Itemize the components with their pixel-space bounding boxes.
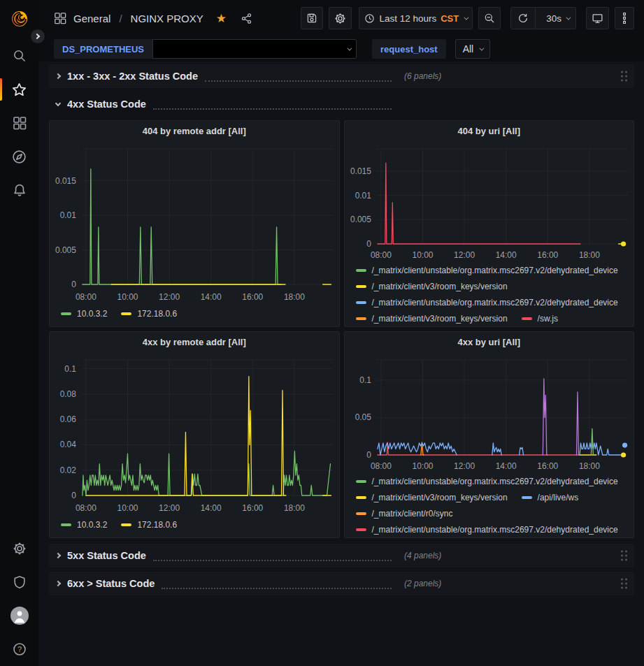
svg-text:18:00: 18:00 xyxy=(284,292,305,302)
chart-plot-area[interactable]: 00.0050.010.01508:0010:0012:0014:0016:00… xyxy=(345,140,634,262)
cycle-view-mode-button[interactable] xyxy=(586,7,609,29)
dashboard-title[interactable]: NGINX PROXY xyxy=(131,13,203,24)
refresh-icon xyxy=(517,13,529,24)
row-header-1xx-3xx-2xx[interactable]: 1xx - 3xx - 2xx Status Code(6 panels) xyxy=(49,64,634,88)
refresh-interval-dropdown[interactable]: 30s xyxy=(535,8,575,29)
sidebar-item-search[interactable] xyxy=(0,39,38,73)
star-filled-icon[interactable]: ★ xyxy=(216,11,227,26)
chart-plot-area[interactable]: 00.050.108:0010:0012:0014:0016:0018:00 xyxy=(345,352,634,473)
panel-title[interactable]: 404 by uri [All] xyxy=(345,121,634,140)
legend-label: /_matrix/client/unstable/org.matrix.msc2… xyxy=(372,477,618,486)
legend-row: /_matrix/client/unstable/org.matrix.msc2… xyxy=(356,473,634,489)
chart-plot-area[interactable]: 00.0050.010.01508:0010:0012:0014:0016:00… xyxy=(50,140,339,304)
datasource-variable-label[interactable]: DS_PROMETHEUS xyxy=(54,39,152,59)
legend-item[interactable]: /_matrix/client/r0/sync xyxy=(356,509,453,519)
chevron-down-icon xyxy=(55,100,61,106)
svg-text:10:00: 10:00 xyxy=(412,250,433,260)
legend-label: /sw.js xyxy=(538,314,558,324)
legend-label: /_matrix/client/unstable/org.matrix.msc2… xyxy=(372,525,618,535)
request-host-variable-value[interactable]: All xyxy=(455,39,491,59)
legend-item[interactable]: /_matrix/client/unstable/org.matrix.msc2… xyxy=(356,525,618,535)
legend-item[interactable]: /_matrix/client/v3/room_keys/version xyxy=(356,314,508,324)
row-header-5xx[interactable]: 5xx Status Code(4 panels) xyxy=(49,544,634,567)
sidebar-item-configuration[interactable] xyxy=(0,532,38,565)
legend-item[interactable]: /_matrix/client/unstable/org.matrix.msc2… xyxy=(356,477,618,486)
legend-item[interactable]: /_matrix/client/v3/room_keys/version xyxy=(356,282,508,291)
legend-item[interactable]: 172.18.0.6 xyxy=(121,520,177,530)
breadcrumb: General / NGINX PROXY ★ xyxy=(54,11,252,26)
compass-icon xyxy=(12,150,27,164)
row-drag-handle[interactable] xyxy=(621,551,627,561)
legend-item[interactable]: 172.18.0.6 xyxy=(121,309,177,319)
svg-text:18:00: 18:00 xyxy=(284,503,305,513)
legend-item[interactable]: 10.0.3.2 xyxy=(61,520,107,530)
legend-row: /_matrix/client/unstable/org.matrix.msc2… xyxy=(356,262,634,278)
svg-text:0.05: 0.05 xyxy=(355,412,371,422)
legend-item[interactable]: /api/live/ws xyxy=(522,493,579,502)
request-host-variable-label[interactable]: request_host xyxy=(372,39,446,59)
refresh-button[interactable] xyxy=(511,8,535,29)
breadcrumb-folder[interactable]: General xyxy=(73,13,110,24)
row-title-group: 1xx - 3xx - 2xx Status Code xyxy=(56,71,393,82)
svg-text:0.015: 0.015 xyxy=(55,176,76,186)
row-title: 4xx Status Code xyxy=(67,99,146,110)
chevron-down-icon xyxy=(464,15,469,20)
panel-title[interactable]: 4xx by remote addr [All] xyxy=(50,332,339,352)
time-range-label: Last 12 hours xyxy=(379,13,436,24)
svg-text:10:00: 10:00 xyxy=(412,461,433,471)
legend-swatch xyxy=(356,480,366,483)
svg-text:0.1: 0.1 xyxy=(359,375,371,385)
panel-title[interactable]: 4xx by uri [All] xyxy=(345,332,634,352)
chevron-down-icon xyxy=(347,45,352,50)
svg-text:14:00: 14:00 xyxy=(495,461,516,471)
sidebar-item-explore[interactable] xyxy=(0,140,38,173)
apps-icon xyxy=(13,116,27,130)
sidebar-expand-button[interactable] xyxy=(30,29,45,44)
zoom-out-time-button[interactable] xyxy=(478,7,501,29)
bell-icon xyxy=(13,183,27,197)
svg-text:0.01: 0.01 xyxy=(60,210,77,220)
legend-swatch xyxy=(356,269,366,272)
datasource-variable: DS_PROMETHEUS xyxy=(54,39,357,59)
panel-title[interactable]: 404 by remote addr [All] xyxy=(50,121,339,140)
legend-swatch xyxy=(61,312,71,315)
panel-legend: /_matrix/client/unstable/org.matrix.msc2… xyxy=(345,473,634,537)
row-panels-count: (4 panels) xyxy=(404,551,441,560)
legend-item[interactable]: /_matrix/client/unstable/org.matrix.msc2… xyxy=(356,266,618,275)
chart-plot-area[interactable]: 00.020.040.060.080.108:0010:0012:0014:00… xyxy=(50,352,339,515)
legend-row: 10.0.3.2172.18.0.6 xyxy=(61,515,339,535)
sidebar-item-profile[interactable] xyxy=(0,599,38,632)
legend-row: /_matrix/client/v3/room_keys/version xyxy=(356,278,634,294)
grafana-logo[interactable] xyxy=(9,8,30,29)
dashboard-settings-button[interactable] xyxy=(329,7,352,29)
sidebar-item-help[interactable]: ? xyxy=(0,632,38,666)
legend-swatch xyxy=(356,317,366,320)
sidebar-item-dashboards[interactable] xyxy=(0,106,38,140)
kebab-menu-icon xyxy=(623,13,626,24)
legend-label: 172.18.0.6 xyxy=(137,520,177,530)
row-header-6xx[interactable]: 6xx > Status Code(2 panels) xyxy=(49,572,634,595)
sidebar-item-server-admin[interactable] xyxy=(0,565,38,599)
save-dashboard-button[interactable] xyxy=(301,7,323,29)
legend-item[interactable]: /sw.js xyxy=(522,314,558,324)
legend-item[interactable]: /_matrix/client/unstable/org.matrix.msc2… xyxy=(356,298,618,307)
dotted-leader xyxy=(205,76,392,82)
row-header-4xx[interactable]: 4xx Status Code xyxy=(49,92,634,116)
more-options-button[interactable] xyxy=(615,7,634,29)
legend-item[interactable]: /_matrix/client/v3/room_keys/version xyxy=(356,493,508,502)
panel-4xx-by-uri-all-: 4xx by uri [All]00.050.108:0010:0012:001… xyxy=(344,331,635,538)
sidebar-item-starred[interactable] xyxy=(0,73,38,106)
grafana-logo-icon xyxy=(10,9,29,29)
row-drag-handle[interactable] xyxy=(621,71,627,82)
row-drag-handle[interactable] xyxy=(621,579,627,589)
sidebar-item-alerting[interactable] xyxy=(0,173,38,207)
legend-item[interactable]: 10.0.3.2 xyxy=(61,309,107,319)
legend-swatch xyxy=(121,523,131,526)
svg-text:14:00: 14:00 xyxy=(201,503,222,513)
share-icon[interactable] xyxy=(241,13,252,24)
legend-row: 10.0.3.2172.18.0.6 xyxy=(61,304,339,324)
time-range-picker[interactable]: Last 12 hours CST xyxy=(359,7,473,29)
apps-icon xyxy=(54,12,66,24)
datasource-variable-value-redacted[interactable] xyxy=(152,39,357,59)
star-icon xyxy=(12,82,27,97)
